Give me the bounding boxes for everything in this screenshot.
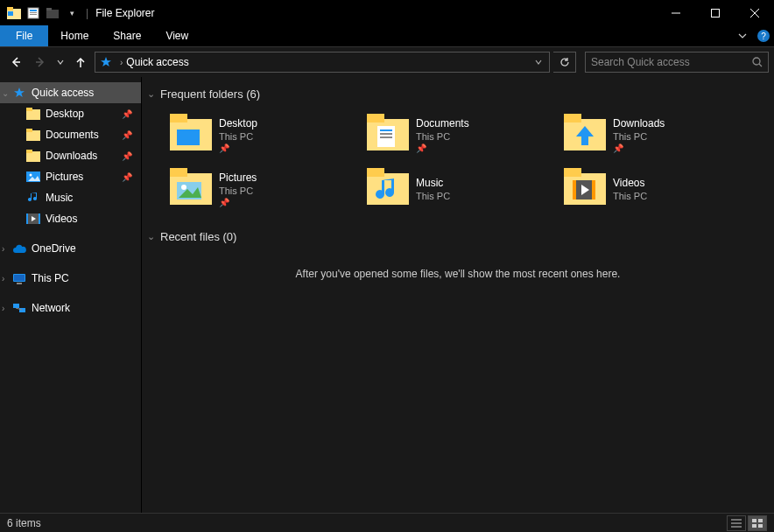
sidebar-item-quick-access[interactable]: ⌄ Quick access xyxy=(0,82,141,103)
folder-item-videos[interactable]: Videos This PC xyxy=(560,162,757,216)
group-header-recent[interactable]: ⌄ Recent files (0) xyxy=(147,230,770,243)
folder-name: Downloads xyxy=(613,117,665,130)
svg-rect-8 xyxy=(46,8,52,10)
group-header-label: Recent files (0) xyxy=(160,230,236,243)
pin-icon: 📌 xyxy=(122,109,132,119)
svg-rect-23 xyxy=(26,108,32,111)
help-button[interactable]: ? xyxy=(753,25,774,46)
svg-rect-63 xyxy=(573,180,576,200)
sidebar-item-this-pc[interactable]: › This PC xyxy=(0,268,141,289)
group-header-label: Frequent folders (6) xyxy=(160,88,260,101)
folder-location: This PC xyxy=(613,131,665,142)
videos-icon xyxy=(26,212,40,226)
view-large-icons-button[interactable] xyxy=(748,515,767,531)
qat-properties-icon[interactable] xyxy=(25,4,42,22)
recent-locations-caret-icon[interactable] xyxy=(54,52,67,73)
status-bar: 6 items xyxy=(0,513,774,532)
close-button[interactable] xyxy=(735,0,774,25)
sidebar-item-music[interactable]: Music xyxy=(0,187,141,208)
ribbon-expand-caret-icon[interactable] xyxy=(732,25,753,46)
up-button[interactable] xyxy=(70,52,91,73)
pin-icon: 📌 xyxy=(416,144,469,153)
sidebar-item-onedrive[interactable]: › OneDrive xyxy=(0,238,141,259)
svg-rect-7 xyxy=(46,10,59,18)
sidebar-item-pictures[interactable]: Pictures 📌 xyxy=(0,166,141,187)
view-details-button[interactable] xyxy=(727,515,746,531)
svg-rect-37 xyxy=(17,283,22,284)
svg-text:?: ? xyxy=(761,32,766,41)
sidebar-item-label: Desktop xyxy=(46,108,84,120)
title-bar: ▾ | File Explorer xyxy=(0,0,774,25)
pin-icon: 📌 xyxy=(122,172,132,182)
qat-newfolder-icon[interactable] xyxy=(44,4,61,22)
music-icon xyxy=(26,191,40,205)
sidebar-item-label: OneDrive xyxy=(32,242,76,255)
tree-caret-icon[interactable]: › xyxy=(2,304,4,313)
pictures-icon xyxy=(26,170,40,184)
address-history-caret-icon[interactable] xyxy=(531,59,545,66)
folder-item-music[interactable]: Music This PC xyxy=(363,162,560,216)
folder-name: Desktop xyxy=(219,117,257,130)
recent-empty-message: After you've opened some files, we'll sh… xyxy=(145,268,770,280)
refresh-button[interactable] xyxy=(553,52,576,73)
search-icon[interactable] xyxy=(752,57,763,67)
folder-large-icon xyxy=(367,168,409,210)
svg-rect-48 xyxy=(380,133,392,135)
title-separator: | xyxy=(86,7,88,19)
svg-rect-71 xyxy=(752,524,756,528)
folder-item-pictures[interactable]: Pictures This PC 📌 xyxy=(166,162,363,216)
network-icon xyxy=(12,301,26,315)
collapse-caret-icon[interactable]: ⌄ xyxy=(147,88,155,100)
sidebar-item-label: Downloads xyxy=(46,150,97,162)
this-pc-icon xyxy=(12,271,26,285)
svg-rect-45 xyxy=(367,114,384,122)
tree-caret-icon[interactable]: › xyxy=(2,274,4,284)
window-title: File Explorer xyxy=(95,7,154,19)
svg-point-19 xyxy=(753,58,760,65)
breadcrumb-current[interactable]: Quick access xyxy=(126,56,188,68)
sidebar-item-desktop[interactable]: Desktop 📌 xyxy=(0,103,141,124)
minimize-button[interactable] xyxy=(656,0,695,25)
tab-home[interactable]: Home xyxy=(48,25,101,46)
qat-customize-caret-icon[interactable]: ▾ xyxy=(63,4,81,22)
svg-rect-32 xyxy=(26,214,28,224)
frequent-folders-grid: Desktop This PC 📌 Documents This PC 📌 Do… xyxy=(145,108,770,216)
search-box[interactable] xyxy=(585,52,769,73)
folder-item-downloads[interactable]: Downloads This PC 📌 xyxy=(560,108,757,162)
address-bar[interactable]: › Quick access xyxy=(95,52,550,73)
folder-name: Documents xyxy=(416,117,469,130)
sidebar-item-documents[interactable]: Documents 📌 xyxy=(0,124,141,145)
svg-rect-70 xyxy=(758,519,763,522)
svg-rect-47 xyxy=(380,130,392,131)
svg-rect-54 xyxy=(170,168,187,177)
maximize-button[interactable] xyxy=(695,0,735,25)
svg-line-20 xyxy=(759,64,762,66)
tab-file[interactable]: File xyxy=(0,25,48,46)
folder-item-documents[interactable]: Documents This PC 📌 xyxy=(363,108,560,162)
svg-point-56 xyxy=(181,185,186,190)
collapse-caret-icon[interactable]: ⌄ xyxy=(147,231,155,242)
svg-rect-33 xyxy=(39,214,40,224)
tree-caret-icon[interactable]: ⌄ xyxy=(2,88,9,98)
sidebar-item-label: Music xyxy=(46,192,73,204)
onedrive-icon xyxy=(12,242,26,256)
breadcrumb-caret-icon[interactable]: › xyxy=(120,58,123,67)
svg-rect-6 xyxy=(30,14,37,15)
forward-button[interactable] xyxy=(30,52,51,73)
svg-rect-27 xyxy=(26,150,32,153)
sidebar-item-videos[interactable]: Videos xyxy=(0,208,141,229)
folder-large-icon xyxy=(170,168,212,210)
group-header-frequent[interactable]: ⌄ Frequent folders (6) xyxy=(147,88,770,101)
folder-item-desktop[interactable]: Desktop This PC 📌 xyxy=(166,108,363,162)
svg-rect-72 xyxy=(758,524,763,528)
search-input[interactable] xyxy=(591,56,752,68)
tree-caret-icon[interactable]: › xyxy=(2,244,4,254)
sidebar-item-network[interactable]: › Network xyxy=(0,298,141,318)
pin-icon: 📌 xyxy=(613,144,665,153)
folder-name: Music xyxy=(416,177,450,189)
tab-view[interactable]: View xyxy=(153,25,201,46)
quick-access-star-icon xyxy=(12,86,26,100)
sidebar-item-downloads[interactable]: Downloads 📌 xyxy=(0,145,141,166)
tab-share[interactable]: Share xyxy=(101,25,153,46)
back-button[interactable] xyxy=(5,52,26,73)
